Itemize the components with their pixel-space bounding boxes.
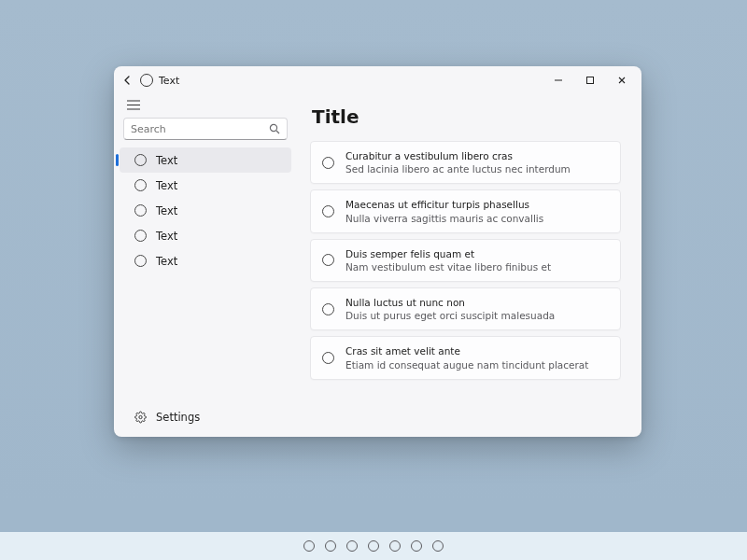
pager-dot[interactable]	[411, 540, 422, 552]
window-title: Text	[159, 75, 179, 87]
menu-button[interactable]	[114, 94, 297, 114]
circle-icon	[134, 154, 147, 166]
nav-item-label: Text	[156, 255, 177, 268]
pager-dot[interactable]	[325, 540, 336, 552]
card-secondary: Nulla viverra sagittis mauris ac convall…	[345, 212, 543, 225]
nav-item-label: Text	[156, 154, 177, 167]
nav-item[interactable]: Text	[120, 173, 291, 198]
card-primary: Curabitur a vestibulum libero cras	[345, 149, 571, 162]
nav-list: Text Text Text Text Text	[114, 146, 297, 273]
titlebar: Text	[114, 66, 641, 94]
pager-bar	[0, 532, 747, 560]
card-text: Nulla luctus ut nunc nonDuis ut purus eg…	[345, 296, 555, 322]
circle-icon	[134, 179, 147, 191]
sidebar: Text Text Text Text Text	[114, 94, 297, 437]
circle-icon	[322, 352, 334, 364]
nav-item[interactable]: Text	[120, 147, 291, 173]
card-text: Cras sit amet velit anteEtiam id consequ…	[345, 344, 588, 371]
minimize-button[interactable]	[543, 66, 574, 94]
nav-item-label: Text	[156, 204, 177, 217]
card-text: Duis semper felis quam etNam vestibulum …	[345, 247, 551, 273]
pager-dot[interactable]	[432, 540, 444, 552]
pager-dot[interactable]	[368, 540, 379, 552]
card-secondary: Nam vestibulum est vitae libero finibus …	[345, 260, 551, 273]
list-card[interactable]: Nulla luctus ut nunc nonDuis ut purus eg…	[310, 287, 621, 330]
close-button[interactable]	[606, 66, 638, 94]
svg-rect-1	[587, 77, 594, 84]
card-text: Maecenas ut efficitur turpis phasellusNu…	[345, 198, 543, 224]
list-card[interactable]: Curabitur a vestibulum libero crasSed la…	[310, 141, 621, 184]
circle-icon	[322, 205, 334, 217]
nav-item-label: Settings	[156, 411, 200, 424]
card-primary: Cras sit amet velit ante	[345, 344, 588, 357]
card-primary: Maecenas ut efficitur turpis phasellus	[345, 198, 543, 211]
svg-line-6	[276, 131, 279, 133]
search-input[interactable]	[131, 123, 269, 135]
card-secondary: Duis ut purus eget orci suscipit malesua…	[345, 309, 555, 322]
card-primary: Duis semper felis quam et	[345, 247, 551, 260]
circle-icon	[322, 157, 334, 169]
circle-icon	[322, 254, 334, 266]
card-primary: Nulla luctus ut nunc non	[345, 296, 555, 309]
circle-icon	[322, 303, 334, 315]
pager-dot[interactable]	[303, 540, 315, 552]
svg-point-5	[270, 124, 276, 131]
svg-point-7	[139, 415, 142, 418]
list-card[interactable]: Cras sit amet velit anteEtiam id consequ…	[310, 336, 621, 379]
pager-dot[interactable]	[346, 540, 358, 552]
content-area: Title Curabitur a vestibulum libero cras…	[297, 94, 641, 437]
nav-item[interactable]: Text	[120, 223, 291, 248]
list-card[interactable]: Duis semper felis quam etNam vestibulum …	[310, 239, 621, 282]
card-secondary: Sed lacinia libero ac ante luctus nec in…	[345, 162, 571, 175]
card-text: Curabitur a vestibulum libero crasSed la…	[345, 149, 571, 175]
gear-icon	[134, 411, 147, 423]
app-window: Text Text	[114, 66, 641, 437]
search-box[interactable]	[123, 118, 288, 140]
maximize-button[interactable]	[574, 66, 606, 94]
circle-icon	[134, 204, 147, 217]
card-secondary: Etiam id consequat augue nam tincidunt p…	[345, 358, 588, 371]
page-title: Title	[312, 105, 621, 128]
nav-item[interactable]: Text	[120, 198, 291, 223]
back-button[interactable]	[118, 75, 138, 86]
nav-item-label: Text	[156, 230, 177, 243]
circle-icon	[134, 230, 147, 242]
list-card[interactable]: Maecenas ut efficitur turpis phasellusNu…	[310, 189, 621, 232]
nav-item-label: Text	[156, 179, 177, 192]
search-icon	[269, 123, 280, 134]
nav-item[interactable]: Text	[120, 248, 291, 273]
pager-dot[interactable]	[389, 540, 401, 552]
circle-icon	[134, 255, 147, 267]
app-icon	[140, 74, 153, 87]
nav-item-settings[interactable]: Settings	[120, 404, 291, 429]
